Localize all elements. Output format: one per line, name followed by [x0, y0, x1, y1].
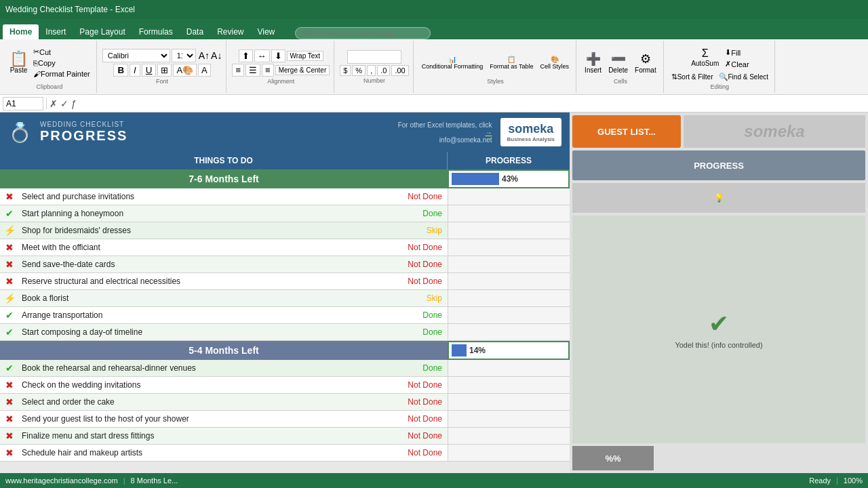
currency-button[interactable]: $ — [340, 65, 351, 76]
insert-button[interactable]: ➕ Insert — [582, 49, 604, 77]
logo-text: someka — [507, 122, 555, 136]
find-select-button[interactable]: 🔍 Find & Select — [717, 72, 770, 82]
align-middle-button[interactable]: ↔ — [254, 49, 270, 62]
checklist-container: 💍 WEDDING CHECKLIST PROGRESS For other E… — [0, 113, 570, 473]
section-1-progress-bar-container: 43% — [449, 171, 568, 187]
cancel-formula-icon[interactable]: ✗ — [50, 98, 58, 109]
copy-button[interactable]: ⎘ Copy — [31, 58, 92, 68]
align-left-button[interactable]: ≡ — [232, 64, 244, 77]
task-name: Arrange transportation — [19, 308, 393, 322]
progress-button[interactable]: PROGRESS — [572, 150, 865, 180]
someka-logo: someka Business Analysis — [500, 118, 561, 146]
status-icon-x: ✖ — [0, 413, 19, 424]
decrease-decimal-button[interactable]: .00 — [391, 65, 408, 76]
editing-group: Σ AutoSum ⬇ Fill ✗ Clear ⇅ Sort & Filter… — [665, 41, 775, 93]
alignment-label: Alignment — [267, 78, 294, 85]
task-progress-cell — [448, 377, 570, 393]
name-box[interactable] — [3, 97, 43, 110]
paste-label: Paste — [10, 66, 28, 74]
paste-button[interactable]: 📋 Paste — [7, 44, 31, 82]
font-color-button[interactable]: A — [198, 64, 211, 77]
decrease-font-icon[interactable]: A↓ — [211, 50, 222, 61]
italic-button[interactable]: I — [130, 64, 140, 77]
alignment-group: ⬆ ↔ ⬇ Wrap Text ≡ ☰ ≡ Merge & Center Ali… — [228, 41, 334, 93]
autosum-button[interactable]: Σ AutoSum — [688, 43, 722, 70]
column-headers: THINGS TO DO PROGRESS — [0, 152, 570, 169]
ribbon-toolbar: 📋 Paste ✂ Cut ⎘ Copy 🖌 Format Painter Cl… — [0, 39, 868, 95]
task-progress-cell — [448, 273, 570, 289]
tab-insert[interactable]: Insert — [39, 24, 73, 39]
sort-icon: ⇅ — [671, 73, 677, 81]
clipboard-label: Clipboard — [37, 83, 63, 90]
task-row: ⚡ Shop for bridesmaids' dresses Skip — [0, 222, 570, 239]
insert-function-icon[interactable]: ƒ — [71, 98, 77, 109]
comma-button[interactable]: , — [367, 65, 376, 76]
ribbon-tabs: Home Insert Page Layout Formulas Data Re… — [0, 19, 868, 39]
section-1-progress-bar — [452, 173, 499, 185]
status-icon-x: ✖ — [0, 447, 19, 458]
cell-styles-button[interactable]: 🎨 Cell Styles — [538, 49, 572, 77]
tab-home[interactable]: Home — [3, 24, 39, 39]
budget-button[interactable]: 💡 — [572, 183, 865, 213]
tab-review[interactable]: Review — [210, 24, 250, 39]
percent-button[interactable]: %% — [572, 446, 654, 470]
align-center-button[interactable]: ☰ — [245, 64, 260, 77]
section-2-progress-bar — [452, 344, 467, 357]
formula-bar: ✗ ✓ ƒ — [0, 95, 868, 113]
formula-input[interactable] — [79, 98, 865, 109]
status-icon-skip: ⚡ — [0, 225, 19, 236]
template-arrow[interactable]: → — [270, 129, 492, 136]
wrap-text-button[interactable]: Wrap Text — [287, 51, 324, 61]
font-size-select[interactable]: 11 — [172, 49, 196, 62]
tab-formulas[interactable]: Formulas — [132, 24, 180, 39]
editing-label: Editing — [711, 83, 730, 90]
task-progress-cell — [448, 188, 570, 205]
fill-color-button[interactable]: A🎨 — [173, 64, 197, 77]
align-right-button[interactable]: ≡ — [262, 64, 274, 77]
confirm-formula-icon[interactable]: ✓ — [60, 98, 68, 109]
section-2-header: 5-4 Months Left — [0, 341, 448, 360]
conditional-formatting-button[interactable]: 📊 Conditional Formatting — [419, 49, 486, 77]
delete-button[interactable]: ➖ Delete — [606, 49, 631, 77]
task-name: Finalize menu and start dress fittings — [19, 429, 393, 443]
section-2-progress-text: 14% — [469, 346, 486, 355]
fill-icon: ⬇ — [725, 48, 731, 57]
tab-pagelayout[interactable]: Page Layout — [73, 24, 132, 39]
task-progress-cell — [448, 307, 570, 323]
align-bottom-button[interactable]: ⬇ — [271, 49, 285, 62]
cut-button[interactable]: ✂ Cut — [31, 47, 92, 57]
task-status: Done — [393, 209, 448, 218]
percent-button[interactable]: % — [352, 65, 366, 76]
task-row: ✖ Send save-the-date cards Not Done — [0, 256, 570, 273]
fill-button[interactable]: ⬇ Fill — [723, 47, 751, 58]
number-format-select[interactable] — [347, 50, 401, 64]
task-name: Select and order the cake — [19, 395, 393, 409]
border-button[interactable]: ⊞ — [157, 64, 172, 77]
ribbon-search-input[interactable] — [295, 27, 431, 39]
increase-font-icon[interactable]: A↑ — [199, 50, 210, 61]
status-icon-check: ✔ — [0, 363, 19, 373]
underline-button[interactable]: U — [142, 64, 157, 77]
task-status: Done — [393, 310, 448, 320]
copy-icon: ⎘ — [33, 59, 38, 67]
status-separator: | — [123, 476, 125, 485]
sort-filter-button[interactable]: ⇅ Sort & Filter — [669, 72, 715, 82]
ready-label: Ready — [809, 476, 831, 485]
clear-button[interactable]: ✗ Clear — [723, 59, 751, 69]
merge-center-button[interactable]: Merge & Center — [275, 65, 330, 75]
task-name: Check on the wedding invitations — [19, 378, 393, 392]
align-top-button[interactable]: ⬆ — [239, 49, 253, 62]
bold-button[interactable]: B — [113, 64, 128, 77]
status-icon-x: ✖ — [0, 430, 19, 441]
guest-list-button[interactable]: GUEST LIST... — [572, 115, 681, 148]
format-button[interactable]: ⚙ Format — [632, 49, 659, 77]
tab-view[interactable]: View — [250, 24, 281, 39]
font-name-select[interactable]: Calibri — [102, 49, 170, 62]
status-icon-check: ✔ — [0, 327, 19, 338]
increase-decimal-button[interactable]: .0 — [377, 65, 390, 76]
format-painter-button[interactable]: 🖌 Format Painter — [31, 69, 92, 79]
title-bar: Wedding Checklist Template - Excel — [0, 0, 868, 19]
section-2-title: 5-4 Months Left — [4, 345, 443, 356]
format-as-table-button[interactable]: 📋 Format as Table — [487, 49, 536, 77]
tab-data[interactable]: Data — [180, 24, 210, 39]
